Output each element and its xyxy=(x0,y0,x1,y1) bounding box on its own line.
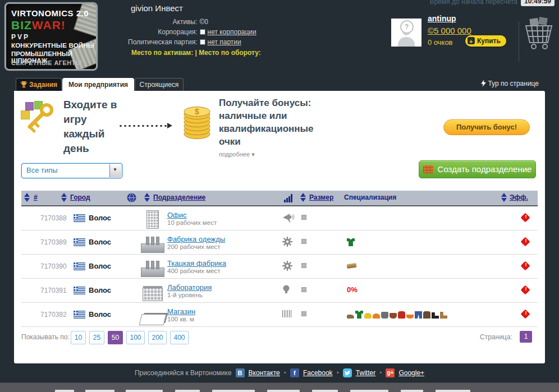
dollar-art xyxy=(74,2,98,38)
brick-icon xyxy=(423,165,433,173)
vk-icon[interactable]: В xyxy=(236,368,245,377)
chevron-down-icon[interactable] xyxy=(109,164,121,177)
money-link[interactable]: ©5 000 000 xyxy=(428,26,471,35)
buy-button[interactable]: Купить xyxy=(465,35,506,47)
footer-link-cropped xyxy=(436,390,470,392)
facebook-icon[interactable]: f xyxy=(290,368,299,377)
table-row: 7170391 Волос Лаборатория 1-й уровень 0% xyxy=(21,279,538,303)
sort-city-icon[interactable] xyxy=(61,192,67,202)
greece-flag-icon xyxy=(74,262,85,270)
col-header-unit[interactable]: Подразделение xyxy=(153,193,205,201)
googleplus-icon[interactable]: g+ xyxy=(386,368,395,377)
rank-line[interactable]: Место по активам: | Место по обороту: xyxy=(131,49,313,57)
bizwar-banner[interactable]: VIRTONOMICS 2.0 BIZWAR! PVP КОНКУРЕНТНЫЕ… xyxy=(4,2,98,71)
assets-label: Активы: xyxy=(128,17,200,27)
vk-link[interactable]: Вконтакте xyxy=(249,369,280,377)
corporation-link[interactable]: нет корпорации xyxy=(208,28,256,36)
page-size-400[interactable]: 400 xyxy=(170,331,189,344)
gear-icon xyxy=(282,237,292,249)
footer-link-cropped xyxy=(126,390,163,392)
city-name: Волос xyxy=(89,238,111,246)
join-label: Присоединяйся к Виртономике xyxy=(135,369,232,377)
col-header-spec: Специализация xyxy=(344,193,396,201)
bra-icon xyxy=(406,315,414,319)
logo-pvp: PVP xyxy=(11,33,30,41)
bag-icon xyxy=(390,313,397,319)
avatar[interactable] xyxy=(391,19,421,47)
factory-building-icon xyxy=(140,257,165,277)
twitter-icon[interactable] xyxy=(343,368,352,377)
sort-eff-icon[interactable] xyxy=(501,192,507,202)
page-size-10[interactable]: 10 xyxy=(71,331,86,344)
corporation-label: Корпорация: xyxy=(128,27,200,37)
sort-unit-icon[interactable] xyxy=(144,192,150,202)
separator-dot: • xyxy=(379,369,382,377)
unit-id: 7170388 xyxy=(40,214,67,222)
page-tour-link[interactable]: Тур по странице xyxy=(481,80,539,87)
unit-link[interactable]: Фабрика одежды xyxy=(167,235,225,243)
efficiency-alert-icon xyxy=(521,237,530,247)
size-indicator xyxy=(301,311,306,316)
footer-link-cropped xyxy=(85,390,114,392)
shoes-icon xyxy=(347,315,354,319)
party-link[interactable]: нет партии xyxy=(208,38,241,46)
cart-icon[interactable] xyxy=(522,15,556,53)
boots-black-icon xyxy=(432,312,439,319)
page-size-label: Показывать по: xyxy=(21,333,70,341)
page-number-button[interactable]: 1 xyxy=(520,331,532,343)
facebook-link[interactable]: Facebook xyxy=(303,369,333,377)
unit-detail: 10 рабочих мест xyxy=(167,219,217,226)
coins-icon: $ xyxy=(182,104,212,142)
gear-icon xyxy=(282,261,292,273)
social-footer: Присоединяйся к Виртономике В Вконтакте … xyxy=(0,363,559,382)
bonus-line2: наличные или xyxy=(219,109,314,122)
twitter-link[interactable]: Twitter xyxy=(356,369,375,377)
table-row: 7170389 Волос Фабрика одежды 200 рабочих… xyxy=(21,230,538,255)
jacket-icon xyxy=(423,311,430,319)
unit-id: 7170391 xyxy=(40,287,67,294)
type-filter-select[interactable]: Все типы xyxy=(21,163,122,178)
page-size-200[interactable]: 200 xyxy=(148,331,167,344)
table-row: 7170390 Волос Ткацкая фабрика 400 рабочи… xyxy=(21,255,538,279)
sort-size-icon[interactable] xyxy=(300,192,306,202)
efficiency-alert-icon xyxy=(521,261,530,271)
unit-link[interactable]: Магазин xyxy=(167,307,195,316)
col-header-eff[interactable]: Эфф. xyxy=(510,193,528,201)
header-divider xyxy=(519,21,519,62)
username-link[interactable]: antinup xyxy=(428,14,456,23)
more-details-link[interactable]: подробнее ▾ xyxy=(219,151,314,158)
coat-icon xyxy=(398,311,405,319)
city-name: Волос xyxy=(89,214,111,222)
col-header-city[interactable]: Город xyxy=(70,193,90,201)
tab-tasks[interactable]: Задания xyxy=(16,78,62,91)
tab-under-construction[interactable]: Строящиеся xyxy=(135,78,184,91)
unit-link[interactable]: Офис xyxy=(167,211,187,219)
size-indicator xyxy=(301,215,306,220)
unit-id: 7170392 xyxy=(40,311,67,319)
footer-link-cropped xyxy=(212,390,255,392)
lightning-icon xyxy=(481,80,486,87)
factory-building-icon xyxy=(140,233,165,253)
tab-my-enterprises[interactable]: Мои предприятия xyxy=(62,78,134,92)
page-size-50[interactable]: 50 xyxy=(108,331,123,344)
company-info: givion Инвест Активы: ©0 Корпорация: нет… xyxy=(128,3,313,57)
col-header-num[interactable]: # xyxy=(34,193,38,201)
create-unit-button[interactable]: Создать подразделение xyxy=(419,160,536,178)
umbrella-icon xyxy=(373,313,380,319)
page-size-25[interactable]: 25 xyxy=(89,331,104,344)
logo-bizwar: BIZWAR! xyxy=(11,19,66,32)
sort-id-icon[interactable] xyxy=(24,192,30,202)
unit-link[interactable]: Ткацкая фабрика xyxy=(167,259,226,268)
googleplus-link[interactable]: Google+ xyxy=(398,369,424,377)
trophy-icon xyxy=(20,81,28,88)
unit-link[interactable]: Лаборатория xyxy=(167,283,212,292)
page-size-100[interactable]: 100 xyxy=(126,331,145,344)
get-bonus-button[interactable]: Получить бонус! xyxy=(443,119,530,135)
col-header-size[interactable]: Размер xyxy=(309,193,333,201)
bottom-links-bar xyxy=(0,382,559,392)
page-label: Страница: xyxy=(480,333,512,341)
footer-link-cropped xyxy=(401,390,423,392)
table-header: # Город Подразделение Размер Специализац… xyxy=(21,191,538,206)
virtonomics-page: VIRTONOMICS 2.0 BIZWAR! PVP КОНКУРЕНТНЫЕ… xyxy=(0,0,559,392)
greece-flag-icon xyxy=(74,311,85,319)
